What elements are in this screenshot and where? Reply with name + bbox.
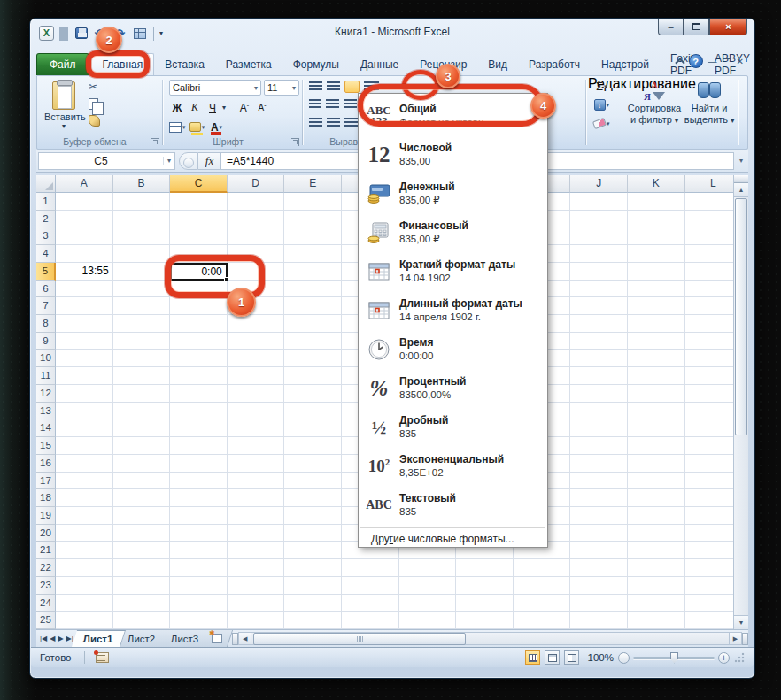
cell-B4[interactable] [113,245,171,263]
cell-J4[interactable] [570,245,628,263]
shrink-font-button[interactable]: Аˇ [254,100,270,115]
bold-button[interactable]: Ж [169,100,185,115]
cell-A3[interactable] [56,227,113,245]
cell-A22[interactable] [56,559,113,577]
cell-B10[interactable] [113,350,171,367]
select-all-corner[interactable] [36,175,56,193]
cell-D11[interactable] [228,367,285,385]
cell-K7[interactable] [628,297,685,315]
restore-button[interactable] [684,19,709,35]
cell-B1[interactable] [113,193,171,211]
cell-D24[interactable] [228,595,285,612]
cell-F24[interactable] [342,595,399,612]
close-button[interactable]: × [709,19,747,35]
vertical-scrollbar[interactable]: ▲ ▼ [733,175,748,629]
tab-разметка[interactable]: Разметка [215,53,282,75]
dialog-launcher-icon[interactable] [291,138,299,146]
cell-K6[interactable] [628,281,685,298]
cell-K20[interactable] [628,525,685,542]
cell-L11[interactable] [685,367,735,385]
align-bottom-icon[interactable] [344,81,360,93]
cell-L10[interactable] [685,350,735,367]
cell-B21[interactable] [113,542,171,559]
cell-K5[interactable] [628,263,685,281]
font-size-combo[interactable]: 11▾ [264,80,299,96]
cell-J13[interactable] [570,403,628,420]
cell-J5[interactable] [570,263,628,281]
cell-J17[interactable] [570,473,628,490]
cell-A17[interactable] [56,473,113,490]
cell-C9[interactable] [170,333,228,350]
cell-L9[interactable] [685,333,735,350]
cell-L16[interactable] [685,455,735,473]
scroll-right-icon[interactable]: ▶ [729,632,742,645]
find-select-button[interactable]: Найти и выделить ▾ [684,80,735,127]
vertical-scroll-thumb[interactable] [735,198,747,435]
cell-J23[interactable] [570,577,628,595]
row-header-10[interactable]: 10 [36,350,56,367]
cell-K19[interactable] [628,507,685,525]
zoom-out-icon[interactable]: − [618,652,630,664]
cell-B3[interactable] [113,227,171,245]
cell-J6[interactable] [570,281,628,298]
cell-I22[interactable] [514,559,571,577]
row-header-1[interactable]: 1 [36,193,56,211]
row-header-4[interactable]: 4 [36,245,56,263]
font-name-combo[interactable]: Calibri▾ [169,80,261,96]
cell-E5[interactable] [284,263,342,281]
cell-C23[interactable] [170,577,228,595]
cell-I23[interactable] [514,577,571,595]
cell-L19[interactable] [685,507,735,525]
column-header-A[interactable]: A [56,175,113,193]
cell-C17[interactable] [170,473,228,490]
cell-D25[interactable] [228,612,285,629]
name-box[interactable]: C5 ▾ [38,152,175,170]
cell-A18[interactable] [56,489,113,507]
increase-indent-icon[interactable] [327,118,340,128]
cell-D13[interactable] [228,403,285,420]
cell-J15[interactable] [570,437,628,455]
row-header-17[interactable]: 17 [36,473,56,490]
cell-D22[interactable] [228,559,285,577]
minimize-button[interactable]: – [658,19,684,35]
cell-C10[interactable] [170,350,228,367]
format-menu-item-date_short[interactable]: Краткий формат даты14.04.1902 [359,252,547,291]
cell-G23[interactable] [399,577,457,595]
collapse-ribbon-icon[interactable] [675,58,684,67]
page-break-view-button[interactable] [564,650,579,665]
next-sheet-icon[interactable]: ▶ [58,635,63,642]
cell-I25[interactable] [514,612,571,629]
prev-sheet-icon[interactable]: ◀ [50,635,55,642]
tab-надстрой[interactable]: Надстрой [591,53,660,75]
underline-button[interactable]: Ч [205,100,220,115]
cell-B15[interactable] [113,437,171,455]
cell-E4[interactable] [284,245,342,263]
row-header-12[interactable]: 12 [36,385,56,403]
align-center-icon[interactable] [326,99,339,110]
sheet-tab-лист1[interactable]: Лист1 [72,630,126,647]
last-sheet-icon[interactable]: ▶| [66,635,73,642]
cell-E6[interactable] [284,281,342,298]
cell-K22[interactable] [628,559,685,577]
cell-J22[interactable] [570,559,628,577]
cell-K10[interactable] [628,350,685,367]
format-menu-item-time[interactable]: Время0:00:00 [359,330,547,369]
cell-D1[interactable] [228,193,285,211]
horizontal-scrollbar[interactable]: ◀ ▶ [232,630,748,647]
cell-K18[interactable] [628,489,685,507]
cell-E10[interactable] [284,350,342,367]
format-menu-item-number[interactable]: 12Числовой835,00 [359,135,547,174]
row-header-24[interactable]: 24 [36,595,56,612]
cell-D18[interactable] [228,489,285,507]
cell-L24[interactable] [685,595,735,612]
cell-C24[interactable] [170,595,228,612]
cell-B7[interactable] [113,297,171,315]
cell-B22[interactable] [113,559,171,577]
cell-L5[interactable] [685,263,735,281]
cell-L13[interactable] [685,403,735,420]
dialog-launcher-icon[interactable] [151,138,159,146]
row-header-15[interactable]: 15 [36,437,56,455]
cell-A14[interactable] [56,419,113,437]
cell-A25[interactable] [56,612,113,629]
cell-J20[interactable] [570,525,628,542]
